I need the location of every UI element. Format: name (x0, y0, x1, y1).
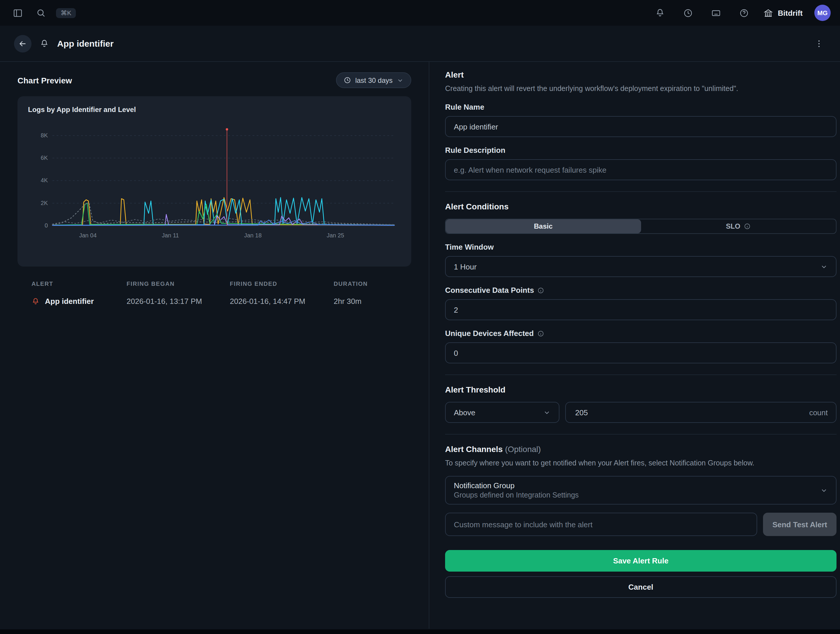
svg-text:Jan 25: Jan 25 (327, 232, 344, 238)
notification-group-select[interactable]: Notification Group Groups defined on Int… (445, 476, 837, 505)
svg-text:2K: 2K (41, 200, 48, 206)
chevron-down-icon (397, 77, 404, 84)
rule-description-label: Rule Description (445, 146, 837, 155)
bottom-edge-strip (0, 629, 840, 634)
chart-preview-title: Chart Preview (17, 76, 72, 85)
svg-text:Jan 04: Jan 04 (79, 232, 96, 238)
channels-optional-text: (Optional) (505, 445, 541, 454)
alert-bell-icon (39, 39, 49, 48)
clock-icon (683, 8, 693, 18)
col-firing-ended: FIRING ENDED (230, 281, 334, 287)
logs-line-chart: 02K4K6K8KJan 04Jan 11Jan 18Jan 25 (28, 114, 401, 256)
tab-basic[interactable]: Basic (446, 219, 641, 233)
tab-slo[interactable]: SLO (641, 219, 836, 233)
custom-message-row: Send Test Alert (445, 513, 837, 536)
notifications-button[interactable] (652, 5, 668, 21)
unique-devices-label: Unique Devices Affected (445, 329, 837, 338)
keyboard-icon (711, 8, 721, 18)
page-header: App identifier (0, 26, 840, 62)
col-alert: ALERT (32, 281, 126, 287)
row-firing-ended: 2026-01-16, 14:47 PM (230, 297, 334, 306)
search-shortcut-chip[interactable]: ⌘K (56, 8, 76, 18)
row-duration: 2hr 30m (334, 297, 411, 306)
notification-group-subtitle: Groups defined on Integration Settings (454, 491, 813, 500)
rule-description-input[interactable] (445, 159, 837, 180)
info-icon[interactable] (537, 330, 544, 337)
chart-preview-header-row: Chart Preview last 30 days (17, 73, 411, 88)
conditions-mode-segmented-control: Basic SLO (445, 219, 837, 234)
chevron-down-icon (820, 263, 828, 270)
time-window-select[interactable]: 1 Hour (445, 256, 837, 277)
custom-message-input[interactable] (445, 513, 757, 536)
section-divider (445, 434, 837, 435)
help-button[interactable] (736, 5, 752, 21)
alert-form-panel: Alert Creating this alert will revert th… (429, 62, 840, 629)
search-button[interactable] (33, 5, 49, 21)
alert-note: Creating this alert will revert the unde… (445, 84, 837, 94)
alert-conditions-heading: Alert Conditions (445, 202, 837, 211)
search-icon (36, 8, 46, 18)
send-test-alert-button[interactable]: Send Test Alert (763, 513, 837, 536)
rule-name-label: Rule Name (445, 103, 837, 111)
chart-card: Logs by App Identifier and Level 02K4K6K… (17, 96, 411, 267)
chevron-down-icon (820, 487, 828, 494)
consecutive-data-points-label: Consecutive Data Points (445, 286, 837, 295)
bell-icon (655, 8, 665, 18)
alert-threshold-heading: Alert Threshold (445, 385, 837, 394)
svg-text:4K: 4K (41, 177, 48, 183)
info-icon (744, 223, 751, 230)
svg-text:8K: 8K (41, 132, 48, 139)
row-firing-began: 2026-01-16, 13:17 PM (126, 297, 230, 306)
row-alert-name: App identifier (45, 297, 94, 306)
arrow-left-icon (18, 39, 27, 48)
svg-text:Jan 11: Jan 11 (162, 232, 179, 238)
threshold-operator-select[interactable]: Above (445, 402, 559, 423)
cancel-button[interactable]: Cancel (445, 577, 837, 598)
notification-group-title: Notification Group (454, 481, 813, 490)
col-firing-began: FIRING BEGAN (126, 281, 230, 287)
org-name: Bitdrift (778, 8, 803, 17)
alert-channels-note: To specify where you want to get notifie… (445, 458, 837, 468)
chart-preview-panel: Chart Preview last 30 days Logs by App I… (0, 62, 429, 629)
history-button[interactable] (680, 5, 696, 21)
svg-text:Jan 18: Jan 18 (244, 232, 262, 238)
main-content: Chart Preview last 30 days Logs by App I… (0, 62, 840, 629)
keyboard-shortcuts-button[interactable] (708, 5, 724, 21)
threshold-value-input[interactable] (574, 407, 809, 417)
time-window-label: Time Window (445, 243, 837, 251)
tab-basic-label: Basic (534, 222, 553, 230)
rule-name-input[interactable] (445, 116, 837, 137)
unique-devices-input[interactable] (445, 342, 837, 363)
alert-channels-heading: Alert Channels (Optional) (445, 445, 837, 454)
consecutive-data-points-input[interactable] (445, 299, 837, 320)
col-duration: DURATION (334, 281, 411, 287)
threshold-operator-value: Above (454, 408, 475, 417)
info-icon[interactable] (538, 287, 545, 294)
topbar-right-group: Bitdrift MG (652, 5, 831, 21)
threshold-value-field: count (565, 402, 837, 423)
org-switcher-button[interactable]: Bitdrift (764, 8, 803, 17)
topbar: ⌘K Bitdrift MG (0, 0, 840, 26)
chart-title: Logs by App Identifier and Level (28, 106, 401, 114)
consecutive-label-text: Consecutive Data Points (445, 286, 534, 295)
save-alert-rule-button[interactable]: Save Alert Rule (445, 550, 837, 572)
time-range-label: last 30 days (355, 76, 393, 84)
help-icon (739, 8, 749, 18)
user-avatar[interactable]: MG (814, 5, 831, 21)
table-row[interactable]: App identifier 2026-01-16, 13:17 PM 2026… (17, 297, 411, 306)
sidebar-toggle-button[interactable] (9, 5, 26, 21)
section-divider (445, 374, 837, 375)
page-title: App identifier (57, 38, 114, 49)
alert-heading: Alert (445, 70, 837, 79)
alert-threshold-row: Above count (445, 402, 837, 423)
sidebar-panel-icon (13, 8, 22, 18)
organization-icon (764, 8, 773, 17)
time-window-value: 1 Hour (454, 262, 477, 271)
time-range-dropdown[interactable]: last 30 days (336, 73, 411, 88)
svg-text:6K: 6K (41, 155, 48, 161)
more-options-button[interactable] (812, 36, 826, 50)
tab-slo-label: SLO (726, 222, 740, 230)
clock-icon (344, 76, 351, 84)
threshold-unit-label: count (809, 408, 828, 417)
back-button[interactable] (14, 35, 32, 52)
